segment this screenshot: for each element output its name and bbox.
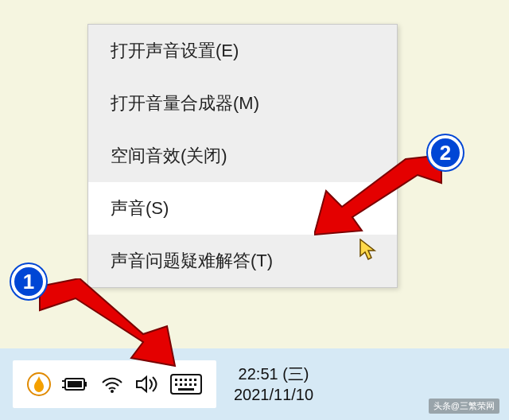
power-icon[interactable] bbox=[62, 376, 89, 392]
svg-marker-18 bbox=[40, 278, 175, 366]
svg-rect-16 bbox=[194, 383, 196, 386]
svg-rect-1 bbox=[84, 382, 87, 387]
svg-rect-12 bbox=[175, 383, 177, 386]
annotation-arrow-2 bbox=[314, 155, 449, 243]
flame-icon[interactable] bbox=[27, 372, 51, 396]
annotation-badge-1: 1 bbox=[11, 264, 46, 299]
annotation-badge-2: 2 bbox=[428, 135, 463, 170]
watermark-text: 头条@三繁荣网 bbox=[429, 399, 499, 414]
svg-rect-10 bbox=[189, 379, 192, 381]
svg-rect-15 bbox=[189, 383, 192, 386]
keyboard-icon[interactable] bbox=[170, 374, 202, 395]
wifi-icon[interactable] bbox=[100, 375, 124, 394]
svg-rect-17 bbox=[178, 388, 194, 391]
clock-time: 22:51 (三) bbox=[239, 364, 309, 384]
svg-rect-13 bbox=[180, 383, 182, 386]
svg-rect-14 bbox=[185, 383, 187, 386]
speaker-icon[interactable] bbox=[135, 375, 159, 394]
svg-rect-2 bbox=[68, 381, 82, 387]
svg-rect-7 bbox=[175, 379, 177, 381]
svg-rect-11 bbox=[194, 379, 196, 381]
menu-item-open-volume-mixer[interactable]: 打开音量合成器(M) bbox=[88, 77, 397, 130]
menu-item-open-sound-settings[interactable]: 打开声音设置(E) bbox=[88, 25, 397, 77]
taskbar-clock[interactable]: 22:51 (三) 2021/11/10 bbox=[234, 364, 313, 405]
svg-rect-8 bbox=[180, 379, 182, 381]
svg-point-5 bbox=[111, 390, 114, 393]
clock-date: 2021/11/10 bbox=[234, 384, 313, 405]
svg-rect-9 bbox=[185, 379, 187, 381]
svg-marker-19 bbox=[314, 155, 441, 235]
mouse-cursor-icon bbox=[359, 239, 377, 264]
annotation-arrow-1 bbox=[32, 278, 183, 374]
